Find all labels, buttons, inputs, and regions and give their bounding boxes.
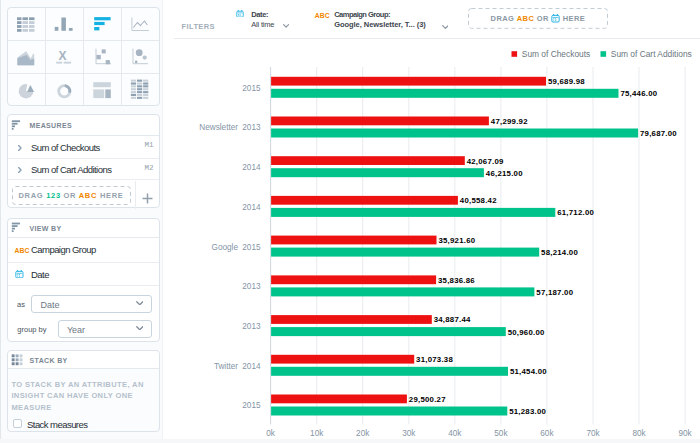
svg-text:80k: 80k xyxy=(632,429,646,438)
svg-text:50,960.00: 50,960.00 xyxy=(508,328,545,337)
svg-text:35,921.60: 35,921.60 xyxy=(438,236,475,245)
svg-text:Google: Google xyxy=(212,243,239,252)
svg-text:2015: 2015 xyxy=(242,401,261,410)
svg-text:2013: 2013 xyxy=(242,322,261,331)
svg-text:79,687.00: 79,687.00 xyxy=(640,129,677,138)
svg-text:2014: 2014 xyxy=(242,362,261,371)
svg-text:10k: 10k xyxy=(310,429,324,438)
svg-text:75,446.00: 75,446.00 xyxy=(620,89,657,98)
svg-text:2015: 2015 xyxy=(242,243,261,252)
svg-text:40,558.42: 40,558.42 xyxy=(460,196,497,205)
svg-text:Sum of Cart Additions: Sum of Cart Additions xyxy=(611,49,692,59)
svg-text:29,500.27: 29,500.27 xyxy=(409,395,446,404)
svg-text:51,454.00: 51,454.00 xyxy=(510,367,547,376)
svg-text:Newsletter: Newsletter xyxy=(199,123,238,132)
svg-text:51,283.00: 51,283.00 xyxy=(509,407,546,416)
svg-text:34,887.44: 34,887.44 xyxy=(434,315,471,324)
svg-text:58,214.00: 58,214.00 xyxy=(541,248,578,257)
svg-text:Twitter: Twitter xyxy=(214,362,238,371)
svg-text:2014: 2014 xyxy=(242,163,261,172)
svg-text:2014: 2014 xyxy=(242,203,261,212)
svg-text:31,073.38: 31,073.38 xyxy=(416,355,453,364)
svg-text:90k: 90k xyxy=(678,429,692,438)
svg-text:70k: 70k xyxy=(586,429,600,438)
svg-text:57,187.00: 57,187.00 xyxy=(536,288,573,297)
svg-text:2013: 2013 xyxy=(242,123,261,132)
svg-text:2013: 2013 xyxy=(242,282,261,291)
svg-text:46,215.00: 46,215.00 xyxy=(486,169,523,178)
svg-text:42,067.09: 42,067.09 xyxy=(467,157,504,166)
svg-text:40k: 40k xyxy=(448,429,462,438)
svg-text:47,299.92: 47,299.92 xyxy=(491,117,528,126)
svg-text:59,689.98: 59,689.98 xyxy=(548,77,585,86)
svg-text:60k: 60k xyxy=(540,429,554,438)
svg-text:50k: 50k xyxy=(494,429,508,438)
svg-text:30k: 30k xyxy=(402,429,416,438)
svg-text:20k: 20k xyxy=(356,429,370,438)
svg-text:0k: 0k xyxy=(266,429,276,438)
svg-text:61,712.00: 61,712.00 xyxy=(557,208,594,217)
svg-text:Sum of Checkouts: Sum of Checkouts xyxy=(522,49,590,59)
svg-text:2015: 2015 xyxy=(242,84,261,93)
svg-text:35,836.86: 35,836.86 xyxy=(438,276,475,285)
